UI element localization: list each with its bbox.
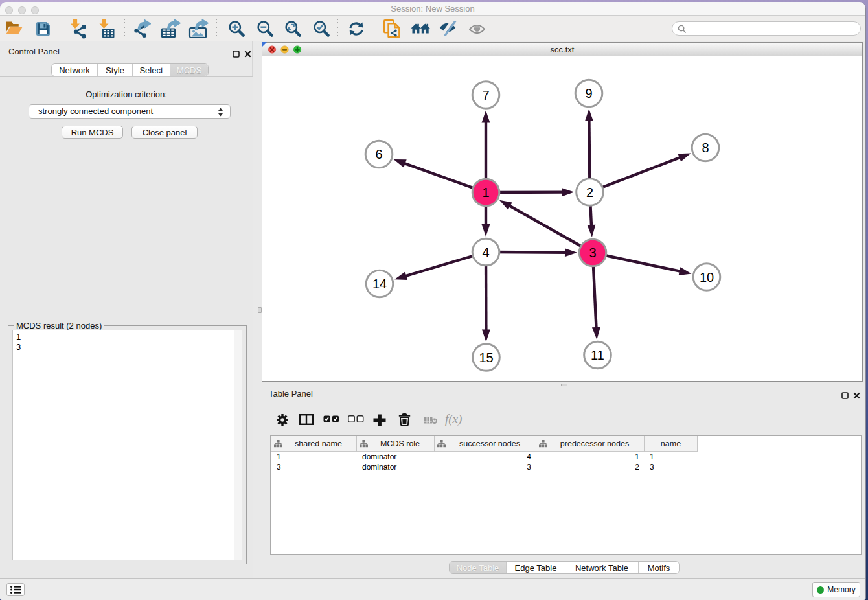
graph-node-6[interactable]: 6 (365, 141, 393, 168)
tab-network[interactable]: Network (52, 64, 98, 76)
toolbar-separator (216, 19, 217, 39)
float-icon (233, 51, 240, 58)
table-row-3[interactable]: 3dominator323 (271, 462, 861, 472)
close-panel-button[interactable]: Close panel (131, 126, 198, 139)
svg-text:14: 14 (372, 277, 387, 291)
control-panel-title: Control Panel (8, 47, 60, 56)
svg-text:7: 7 (482, 88, 489, 102)
graph-node-7[interactable]: 7 (472, 82, 499, 109)
control-panel-tabs: NetworkStyleSelectMCDS (51, 63, 209, 76)
main-toolbar (0, 16, 865, 41)
graph-node-10[interactable]: 10 (693, 264, 720, 291)
table-panel-float-button[interactable] (841, 390, 852, 399)
table-panel-close-button[interactable] (853, 390, 863, 399)
network-frame-titlebar[interactable]: scc.txt (262, 43, 862, 56)
tab-motifs[interactable]: Motifs (639, 562, 679, 573)
network-frame-title: scc.txt (262, 45, 862, 54)
network-graph[interactable]: 1234678910111415 (262, 57, 862, 381)
graph-node-4[interactable]: 4 (472, 238, 499, 266)
run-mcds-button[interactable]: Run MCDS (62, 126, 123, 139)
add-row-icon[interactable] (373, 414, 386, 426)
status-bar: Memory (0, 578, 865, 600)
column-header-name[interactable]: name (645, 436, 698, 452)
memory-button[interactable]: Memory (812, 582, 860, 597)
optimization-criterion-label: Optimization criterion: (0, 89, 253, 99)
control-panel-close-button[interactable] (244, 49, 255, 58)
tab-network-table[interactable]: Network Table (565, 562, 639, 573)
graph-node-9[interactable]: 9 (575, 80, 602, 107)
toolbar-separator (374, 19, 374, 39)
import-table-icon[interactable] (98, 19, 115, 38)
search-input[interactable] (689, 23, 854, 34)
tab-edge-table[interactable]: Edge Table (507, 562, 565, 573)
cell-MCDS-role: dominator (357, 462, 435, 472)
split-columns-icon[interactable] (299, 414, 314, 425)
graph-node-14[interactable]: 14 (366, 270, 393, 297)
import-network-icon[interactable] (70, 19, 86, 39)
toolbar-separator (124, 19, 125, 39)
graph-node-11[interactable]: 11 (584, 341, 611, 369)
table-panel: Table Panel f(x) shared nameMCDS rolesuc… (262, 386, 866, 576)
tab-node-table[interactable]: Node Table (450, 562, 507, 573)
column-label: shared name (280, 439, 356, 448)
graph-node-1[interactable]: 1 (472, 179, 499, 206)
criterion-select[interactable]: strongly connected component (29, 104, 231, 119)
mcds-result-title: MCDS result (2 nodes) (14, 321, 104, 330)
table-settings-icon[interactable] (277, 414, 288, 426)
mcds-result-text[interactable]: 1 3 (12, 330, 242, 560)
deselect-all-icon[interactable] (348, 415, 364, 422)
result-scrollbar[interactable] (234, 330, 242, 560)
column-header-predecessor-nodes[interactable]: predecessor nodes (536, 436, 645, 452)
network-frame: scc.txt 1234678910111415 (262, 42, 863, 382)
delete-row-icon[interactable] (398, 413, 411, 426)
first-neighbors-icon[interactable] (411, 23, 430, 34)
export-table-icon[interactable] (161, 19, 181, 38)
column-header-shared-name[interactable]: shared name (271, 436, 357, 452)
column-label: MCDS role (366, 439, 434, 448)
zoom-out-icon[interactable] (257, 20, 273, 37)
task-history-button[interactable] (6, 583, 25, 596)
apply-layout-icon[interactable] (348, 22, 364, 36)
tab-select[interactable]: Select (133, 64, 170, 76)
svg-text:11: 11 (591, 348, 604, 362)
zoom-in-icon[interactable] (228, 20, 245, 37)
combo-arrows-icon (218, 108, 223, 117)
svg-text:4: 4 (482, 245, 489, 259)
network-canvas[interactable]: 1234678910111415 (262, 57, 862, 381)
zoom-fit-icon[interactable] (284, 20, 301, 37)
graph-node-8[interactable]: 8 (692, 134, 719, 161)
graph-node-3[interactable]: 3 (579, 239, 606, 266)
graph-node-2[interactable]: 2 (577, 179, 604, 206)
column-label: successor nodes (444, 439, 536, 448)
function-builder-icon[interactable]: f(x) (445, 412, 462, 426)
cell-shared-name: 1 (271, 452, 357, 462)
column-header-successor-nodes[interactable]: successor nodes (435, 436, 536, 452)
float-icon (841, 392, 849, 399)
hide-details-icon[interactable] (439, 21, 457, 36)
column-label: name (645, 439, 697, 448)
window-titlebar[interactable]: Session: New Session (0, 2, 865, 16)
export-image-icon[interactable] (188, 19, 209, 38)
zoom-selected-icon[interactable] (313, 20, 330, 37)
column-header-MCDS-role[interactable]: MCDS role (357, 436, 435, 452)
control-panel: Control Panel NetworkStyleSelectMCDS Opt… (0, 41, 253, 578)
save-session-icon[interactable] (36, 21, 51, 36)
network-from-selection-icon[interactable] (383, 19, 400, 38)
svg-text:9: 9 (585, 86, 592, 100)
cell-predecessor-nodes: 1 (536, 452, 645, 462)
close-icon (853, 392, 860, 399)
graph-node-15[interactable]: 15 (473, 344, 500, 371)
svg-text:2: 2 (586, 185, 593, 200)
tab-style[interactable]: Style (98, 64, 133, 76)
delete-table-icon[interactable] (424, 417, 437, 424)
control-panel-float-button[interactable] (233, 49, 243, 58)
cell-successor-nodes: 4 (435, 452, 536, 462)
search-field[interactable] (672, 21, 861, 36)
export-network-icon[interactable] (134, 19, 151, 38)
tab-mcds[interactable]: MCDS (170, 64, 208, 76)
table-row-1[interactable]: 1dominator411 (271, 452, 861, 462)
open-file-icon[interactable] (5, 21, 23, 34)
show-details-icon[interactable] (469, 25, 485, 34)
select-all-icon[interactable] (323, 415, 339, 422)
svg-text:1: 1 (482, 185, 489, 200)
